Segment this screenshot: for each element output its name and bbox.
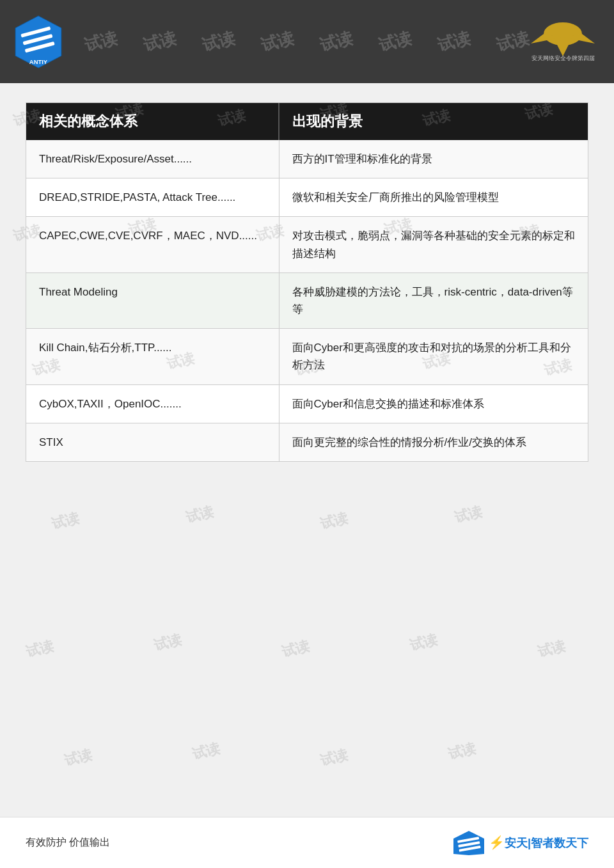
- col-right-header: 出现的背景: [279, 103, 588, 140]
- table-row: Kill Chain,钻石分析,TTP......面向Cyber和更高强度的攻击…: [26, 329, 588, 384]
- wm-22: 试读: [152, 630, 184, 656]
- wm-26: 试读: [62, 745, 94, 771]
- wm-29: 试读: [446, 739, 478, 764]
- wm-21: 试读: [24, 636, 56, 662]
- cell-left-4: Kill Chain,钻石分析,TTP......: [26, 329, 279, 384]
- wm-19: 试读: [318, 509, 350, 534]
- header-wm-6: 试读: [376, 26, 414, 56]
- main-content: 相关的概念体系 出现的背景 Threat/Risk/Exposure/Asset…: [26, 102, 588, 462]
- wm-18: 试读: [184, 502, 216, 528]
- cell-left-5: CybOX,TAXII，OpenIOC.......: [26, 384, 279, 423]
- header-wm-3: 试读: [200, 26, 237, 56]
- table-row: CAPEC,CWE,CVE,CVRF，MAEC，NVD......对攻击模式，脆…: [26, 217, 588, 272]
- header: ANTIY 试读 试读 试读 试读 试读 试读 试读 试读 安天网络安全令牌第四…: [0, 0, 614, 83]
- cell-left-2: CAPEC,CWE,CVE,CVRF，MAEC，NVD......: [26, 217, 279, 272]
- header-wm-2: 试读: [141, 26, 178, 56]
- header-wm-7: 试读: [435, 26, 473, 56]
- cell-right-5: 面向Cyber和信息交换的描述和标准体系: [279, 384, 588, 423]
- cell-left-1: DREAD,STRIDE,PASTA, Attack Tree......: [26, 178, 279, 217]
- wm-25: 试读: [535, 636, 567, 662]
- wm-23: 试读: [279, 636, 311, 662]
- cell-right-0: 西方的IT管理和标准化的背景: [279, 140, 588, 178]
- wm-27: 试读: [190, 739, 222, 764]
- table-row: STIX面向更完整的综合性的情报分析/作业/交换的体系: [26, 423, 588, 461]
- table-row: CybOX,TAXII，OpenIOC.......面向Cyber和信息交换的描…: [26, 384, 588, 423]
- cell-right-4: 面向Cyber和更高强度的攻击和对抗的场景的分析工具和分析方法: [279, 329, 588, 384]
- table-row: Threat Modeling各种威胁建模的方法论，工具，risk-centri…: [26, 272, 588, 328]
- cell-right-3: 各种威胁建模的方法论，工具，risk-centric，data-driven等等: [279, 272, 588, 328]
- footer-logo: ⚡安天|智者数天下: [453, 830, 588, 856]
- cell-right-1: 微软和相关安全厂商所推出的风险管理模型: [279, 178, 588, 217]
- cell-right-2: 对攻击模式，脆弱点，漏洞等各种基础的安全元素的标定和描述结构: [279, 217, 588, 272]
- footer-logo-text: ⚡安天|智者数天下: [489, 835, 588, 851]
- col-left-header: 相关的概念体系: [26, 103, 279, 140]
- table-header-row: 相关的概念体系 出现的背景: [26, 103, 588, 140]
- wm-28: 试读: [318, 745, 350, 771]
- header-wm-4: 试读: [258, 26, 296, 56]
- header-wm-1: 试读: [82, 26, 120, 56]
- footer: 有效防护 价值输出 ⚡安天|智者数天下: [0, 817, 614, 868]
- wm-17: 试读: [49, 509, 81, 534]
- cell-left-6: STIX: [26, 423, 279, 461]
- table-row: Threat/Risk/Exposure/Asset......西方的IT管理和…: [26, 140, 588, 178]
- header-wm-8: 试读: [494, 26, 531, 56]
- cell-left-0: Threat/Risk/Exposure/Asset......: [26, 140, 279, 178]
- header-watermarks: 试读 试读 试读 试读 试读 试读 试读 试读: [0, 0, 614, 83]
- wm-20: 试读: [452, 502, 484, 528]
- cell-left-3: Threat Modeling: [26, 272, 279, 328]
- table-row: DREAD,STRIDE,PASTA, Attack Tree......微软和…: [26, 178, 588, 217]
- header-logo-left: ANTIY: [13, 15, 64, 69]
- header-wm-5: 试读: [317, 26, 355, 56]
- concept-table: 相关的概念体系 出现的背景 Threat/Risk/Exposure/Asset…: [26, 103, 588, 461]
- svg-text:ANTIY: ANTIY: [29, 58, 48, 65]
- wm-24: 试读: [407, 630, 439, 656]
- cell-right-6: 面向更完整的综合性的情报分析/作业/交换的体系: [279, 423, 588, 461]
- footer-slogan: 有效防护 价值输出: [26, 836, 110, 849]
